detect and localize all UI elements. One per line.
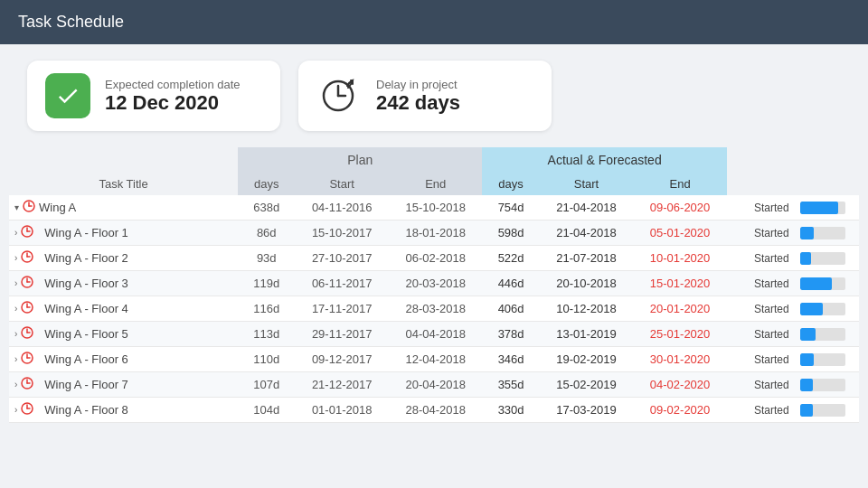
expand-icon[interactable]: ›: [14, 278, 17, 288]
status-badge: Started: [727, 246, 795, 271]
plan-plan-start: 15-10-2017: [295, 221, 389, 246]
plan-plan-days: 110d: [238, 347, 295, 372]
delay-card: Delay in project 242 days: [298, 61, 552, 131]
clock-status-icon: [21, 377, 33, 392]
table-row: ›Wing A - Floor 6110d09-12-201712-04-201…: [9, 347, 859, 372]
clock-status-icon: [21, 402, 33, 418]
expand-icon[interactable]: ›: [14, 304, 17, 314]
plan-plan-end: 28-04-2018: [389, 398, 483, 423]
clock-status-icon: [21, 225, 33, 240]
plan-plan-end: 12-04-2018: [389, 347, 483, 372]
actual-actual-start: 20-10-2018: [540, 271, 634, 296]
col-plan-start: Start: [295, 173, 389, 195]
plan-plan-end: 06-02-2018: [389, 246, 483, 271]
actual-actual-end: 30-01-2020: [633, 347, 727, 372]
table-row: ›Wing A - Floor 8104d01-01-201828-04-201…: [9, 398, 859, 423]
table-row: ›Wing A - Floor 186d15-10-201718-01-2018…: [9, 221, 859, 246]
task-name: Wing A - Floor 7: [37, 378, 127, 391]
summary-row: Expected completion date 12 Dec 2020 Del…: [0, 44, 868, 147]
table-row: ›Wing A - Floor 7107d21-12-201720-04-201…: [9, 372, 859, 398]
col-plan-end: End: [389, 173, 483, 195]
task-name: Wing A - Floor 4: [37, 302, 127, 315]
clock-status-icon: [21, 276, 33, 291]
actual-actual-start: 21-07-2018: [540, 246, 634, 271]
task-name: Wing A - Floor 3: [37, 277, 127, 290]
actual-actual-end: 20-01-2020: [633, 296, 727, 322]
actual-actual-end: 09-02-2020: [633, 398, 727, 423]
actual-header: Actual & Forecasted: [482, 147, 726, 173]
gantt-bar: [795, 296, 859, 322]
actual-actual-days: 446d: [482, 271, 539, 296]
expand-icon[interactable]: ›: [14, 253, 17, 263]
plan-plan-end: 04-04-2018: [389, 322, 483, 347]
plan-plan-end: 18-01-2018: [389, 221, 483, 246]
actual-actual-days: 378d: [482, 322, 539, 347]
col-actual-days: days: [482, 173, 539, 195]
status-badge: Started: [727, 195, 795, 221]
col-plan-days: days: [238, 173, 295, 195]
plan-plan-start: 04-11-2016: [295, 195, 389, 221]
actual-actual-days: 598d: [482, 221, 539, 246]
task-name: Wing A - Floor 6: [37, 352, 127, 366]
gantt-bar: [795, 347, 859, 372]
plan-plan-start: 17-11-2017: [295, 296, 389, 322]
plan-plan-days: 119d: [238, 271, 295, 296]
status-badge: Started: [727, 347, 795, 372]
plan-plan-start: 06-11-2017: [295, 271, 389, 296]
plan-plan-start: 21-12-2017: [295, 372, 389, 398]
actual-actual-start: 15-02-2019: [540, 372, 634, 398]
expand-icon[interactable]: ›: [14, 354, 17, 364]
actual-actual-end: 05-01-2020: [633, 221, 727, 246]
col-actual-start: Start: [540, 173, 634, 195]
plan-plan-start: 29-11-2017: [295, 322, 389, 347]
actual-actual-days: 346d: [482, 347, 539, 372]
actual-actual-start: 19-02-2019: [540, 347, 634, 372]
plan-plan-days: 113d: [238, 322, 295, 347]
completion-card: Expected completion date 12 Dec 2020: [27, 61, 280, 131]
checkmark-icon: [45, 73, 90, 118]
status-badge: Started: [727, 372, 795, 398]
actual-actual-end: 15-01-2020: [633, 271, 727, 296]
actual-actual-end: 10-01-2020: [633, 246, 727, 271]
gantt-bar: [795, 246, 859, 271]
expand-icon[interactable]: ›: [14, 405, 17, 415]
gantt-bar: [795, 271, 859, 296]
actual-actual-start: 21-04-2018: [540, 195, 634, 221]
plan-plan-end: 20-04-2018: [389, 372, 483, 398]
header: Task Schedule: [0, 0, 868, 44]
table-row: ›Wing A - Floor 4116d17-11-201728-03-201…: [9, 296, 859, 322]
actual-actual-days: 754d: [482, 195, 539, 221]
expand-icon[interactable]: ›: [14, 380, 17, 389]
plan-plan-days: 104d: [238, 398, 295, 423]
plan-plan-days: 638d: [238, 195, 295, 221]
expand-icon[interactable]: ›: [14, 228, 17, 238]
clock-status-icon: [21, 326, 33, 342]
expand-icon[interactable]: ▾: [14, 202, 19, 212]
status-badge: Started: [727, 271, 795, 296]
gantt-bar: [795, 195, 859, 221]
delay-value: 242 days: [376, 91, 460, 115]
completion-label: Expected completion date: [105, 78, 241, 91]
status-badge: Started: [727, 221, 795, 246]
task-name: Wing A - Floor 2: [37, 251, 127, 265]
table-row: ›Wing A - Floor 293d27-10-201706-02-2018…: [9, 246, 859, 271]
plan-plan-end: 20-03-2018: [389, 271, 483, 296]
plan-header: Plan: [238, 147, 482, 173]
task-name: Wing A - Floor 8: [37, 403, 127, 417]
plan-plan-start: 09-12-2017: [295, 347, 389, 372]
table-row: ›Wing A - Floor 5113d29-11-201704-04-201…: [9, 322, 859, 347]
plan-plan-days: 86d: [238, 221, 295, 246]
plan-plan-end: 15-10-2018: [389, 195, 483, 221]
actual-actual-start: 21-04-2018: [540, 221, 634, 246]
completion-value: 12 Dec 2020: [105, 91, 241, 115]
actual-actual-start: 13-01-2019: [540, 322, 634, 347]
gantt-bar: [795, 372, 859, 398]
actual-actual-end: 09-06-2020: [633, 195, 727, 221]
task-name: Wing A - Floor 5: [37, 327, 127, 341]
actual-actual-days: 355d: [482, 372, 539, 398]
table-container: Plan Actual & Forecasted Task Title days…: [0, 147, 868, 423]
actual-actual-start: 17-03-2019: [540, 398, 634, 423]
col-task-title: Task Title: [9, 173, 238, 195]
task-name: Wing A - Floor 1: [37, 226, 127, 239]
expand-icon[interactable]: ›: [14, 329, 17, 339]
